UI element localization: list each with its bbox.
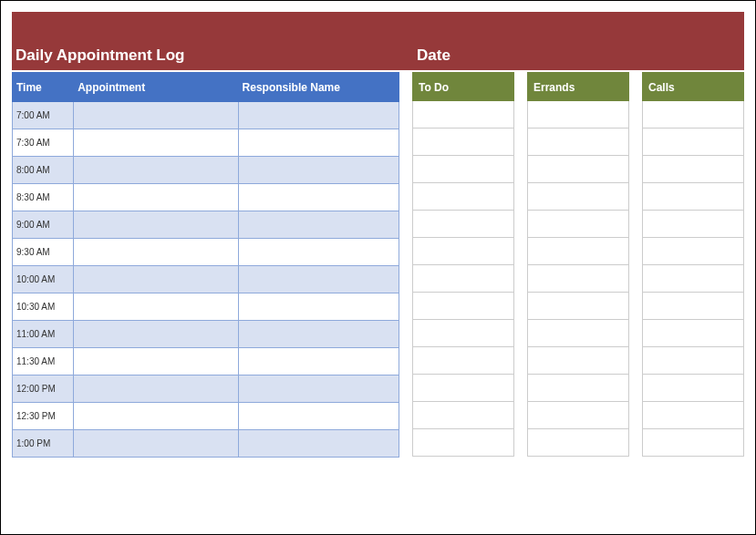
- side-column: Calls: [642, 72, 744, 458]
- time-cell[interactable]: 11:00 AM: [13, 321, 74, 348]
- header-responsible: Responsible Name: [238, 73, 399, 102]
- side-cell[interactable]: [412, 320, 514, 347]
- appointment-cell[interactable]: [74, 376, 238, 403]
- appointments-table: Time Appointment Responsible Name 7:00 A…: [12, 72, 399, 458]
- side-cell[interactable]: [412, 129, 514, 156]
- side-cell[interactable]: [527, 101, 629, 129]
- table-row: 10:30 AM: [13, 293, 399, 321]
- side-cell[interactable]: [412, 238, 514, 265]
- side-cell[interactable]: [527, 320, 629, 347]
- time-cell[interactable]: 1:00 PM: [13, 430, 74, 458]
- appointment-cell[interactable]: [74, 102, 238, 129]
- time-cell[interactable]: 10:00 AM: [13, 266, 74, 293]
- appointment-cell[interactable]: [74, 129, 238, 157]
- side-cell[interactable]: [412, 101, 514, 129]
- time-cell[interactable]: 12:30 PM: [13, 403, 74, 430]
- side-cell[interactable]: [412, 183, 514, 211]
- table-row: 7:30 AM: [13, 129, 399, 157]
- responsible-cell[interactable]: [238, 102, 399, 129]
- side-cell[interactable]: [527, 347, 629, 375]
- side-lists: To DoErrandsCalls: [412, 72, 744, 458]
- side-cell[interactable]: [642, 429, 744, 457]
- side-cell[interactable]: [412, 347, 514, 375]
- table-row: 8:30 AM: [13, 184, 399, 211]
- side-cell[interactable]: [642, 265, 744, 293]
- time-cell[interactable]: 9:30 AM: [13, 239, 74, 266]
- appointment-cell[interactable]: [74, 403, 238, 430]
- responsible-cell[interactable]: [238, 430, 399, 458]
- time-cell[interactable]: 11:30 AM: [13, 348, 74, 376]
- side-cell[interactable]: [527, 183, 629, 211]
- time-cell[interactable]: 7:30 AM: [13, 129, 74, 157]
- side-cell[interactable]: [642, 129, 744, 156]
- appointment-cell[interactable]: [74, 211, 238, 239]
- table-row: 11:30 AM: [13, 348, 399, 376]
- time-cell[interactable]: 10:30 AM: [13, 293, 74, 321]
- side-cell[interactable]: [642, 156, 744, 183]
- header-time: Time: [13, 73, 74, 102]
- appointment-cell[interactable]: [74, 157, 238, 184]
- table-row: 11:00 AM: [13, 321, 399, 348]
- side-cell[interactable]: [642, 375, 744, 402]
- date-label: Date: [417, 46, 450, 65]
- side-cell[interactable]: [642, 293, 744, 320]
- responsible-cell[interactable]: [238, 403, 399, 430]
- side-column-header: Calls: [642, 72, 744, 101]
- appointment-cell[interactable]: [74, 321, 238, 348]
- responsible-cell[interactable]: [238, 321, 399, 348]
- appointment-cell[interactable]: [74, 293, 238, 321]
- side-cell[interactable]: [642, 347, 744, 375]
- side-cell[interactable]: [527, 129, 629, 156]
- appointment-cell[interactable]: [74, 239, 238, 266]
- time-cell[interactable]: 7:00 AM: [13, 102, 74, 129]
- table-row: 12:30 PM: [13, 403, 399, 430]
- appointment-cell[interactable]: [74, 184, 238, 211]
- responsible-cell[interactable]: [238, 157, 399, 184]
- responsible-cell[interactable]: [238, 266, 399, 293]
- responsible-cell[interactable]: [238, 348, 399, 376]
- time-cell[interactable]: 9:00 AM: [13, 211, 74, 239]
- responsible-cell[interactable]: [238, 184, 399, 211]
- table-row: 9:30 AM: [13, 239, 399, 266]
- side-cell[interactable]: [412, 265, 514, 293]
- side-cell[interactable]: [412, 211, 514, 238]
- side-cell[interactable]: [412, 156, 514, 183]
- time-cell[interactable]: 8:00 AM: [13, 157, 74, 184]
- appointment-cell[interactable]: [74, 266, 238, 293]
- side-cell[interactable]: [642, 238, 744, 265]
- responsible-cell[interactable]: [238, 239, 399, 266]
- responsible-cell[interactable]: [238, 211, 399, 239]
- side-cell[interactable]: [527, 375, 629, 402]
- side-cell[interactable]: [412, 429, 514, 457]
- side-cell[interactable]: [642, 402, 744, 429]
- side-column: To Do: [412, 72, 514, 458]
- side-cell[interactable]: [642, 101, 744, 129]
- table-row: 10:00 AM: [13, 266, 399, 293]
- side-cell[interactable]: [412, 375, 514, 402]
- appointments-header-row: Time Appointment Responsible Name: [13, 73, 399, 102]
- side-column: Errands: [527, 72, 629, 458]
- side-cell[interactable]: [412, 293, 514, 320]
- content-area: Time Appointment Responsible Name 7:00 A…: [12, 72, 744, 458]
- appointment-cell[interactable]: [74, 430, 238, 458]
- side-cell[interactable]: [527, 238, 629, 265]
- side-cell[interactable]: [527, 156, 629, 183]
- responsible-cell[interactable]: [238, 376, 399, 403]
- time-cell[interactable]: 8:30 AM: [13, 184, 74, 211]
- responsible-cell[interactable]: [238, 293, 399, 321]
- side-cell[interactable]: [527, 429, 629, 457]
- side-cell[interactable]: [642, 320, 744, 347]
- time-cell[interactable]: 12:00 PM: [13, 376, 74, 403]
- side-cell[interactable]: [412, 402, 514, 429]
- table-row: 8:00 AM: [13, 157, 399, 184]
- responsible-cell[interactable]: [238, 129, 399, 157]
- table-row: 12:00 PM: [13, 376, 399, 403]
- side-cell[interactable]: [642, 183, 744, 211]
- side-cell[interactable]: [527, 211, 629, 238]
- side-column-header: Errands: [527, 72, 629, 101]
- side-cell[interactable]: [527, 402, 629, 429]
- appointment-cell[interactable]: [74, 348, 238, 376]
- side-cell[interactable]: [527, 265, 629, 293]
- side-cell[interactable]: [527, 293, 629, 320]
- side-cell[interactable]: [642, 211, 744, 238]
